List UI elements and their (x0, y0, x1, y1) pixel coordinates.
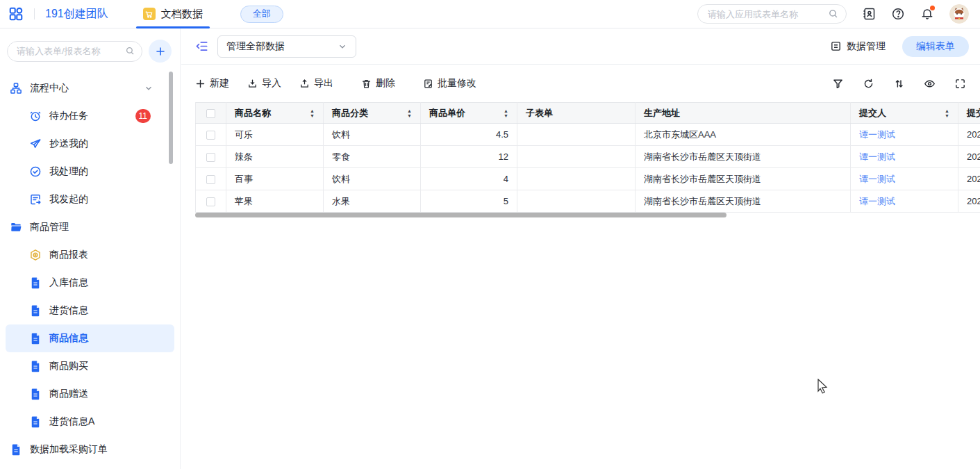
import-icon (247, 79, 258, 89)
new-record-button[interactable]: 新建 (195, 77, 229, 90)
form-doc-icon (29, 415, 42, 428)
help-icon[interactable] (891, 7, 905, 21)
filter-icon[interactable] (832, 78, 844, 90)
sidebar-item-purchase-info-a[interactable]: 进货信息A (6, 408, 174, 436)
sort-icon[interactable]: ▲▼ (407, 108, 412, 118)
sidebar-item-product-report[interactable]: 商品报表 (6, 241, 174, 269)
sidebar-item-todo-tasks[interactable]: 待办任务 11 (6, 102, 174, 130)
table-row[interactable]: 辣条 零食 12 湖南省长沙市岳麓区天顶街道 谭一测试 2023 (196, 146, 980, 168)
view-header: 管理全部数据 数据管理 编辑表单 (181, 28, 980, 65)
import-button[interactable]: 导入 (247, 77, 281, 90)
delete-button[interactable]: 删除 (361, 77, 395, 90)
form-search-input[interactable] (7, 41, 142, 62)
cell-category: 饮料 (324, 168, 421, 190)
team-name[interactable]: 191创建团队 (45, 7, 108, 22)
cell-price: 4.5 (421, 124, 517, 146)
sort-icon[interactable]: ▲▼ (310, 108, 315, 118)
item-label: 入库信息 (49, 277, 88, 289)
row-checkbox[interactable] (206, 153, 215, 162)
sidebar-item-purchase-info[interactable]: 进货信息 (6, 297, 174, 324)
data-table-container: 商品名称▲▼ 商品分类▲▼ 商品单价▲▼ 子表单 生产地址 提交人▲▼ 提交时间… (195, 102, 980, 213)
item-label: 抄送我的 (49, 138, 88, 150)
apps-grid-icon[interactable] (8, 6, 24, 22)
batch-edit-button[interactable]: 批量修改 (423, 77, 476, 90)
submitter-link[interactable]: 谭一测试 (859, 174, 895, 184)
search-icon (125, 46, 135, 56)
cell-name: 可乐 (226, 124, 324, 146)
row-checkbox[interactable] (206, 197, 215, 206)
sidebar-item-cc-to-me[interactable]: 抄送我的 (6, 130, 174, 158)
navbar-right (697, 4, 969, 24)
form-doc-icon (10, 443, 22, 456)
item-label: 商品信息 (49, 332, 88, 345)
contacts-icon[interactable] (862, 7, 876, 21)
org-chart-icon (10, 82, 22, 94)
submitter-link[interactable]: 谭一测试 (859, 196, 895, 206)
tab-document-data[interactable]: 文档数据 (136, 0, 210, 28)
data-manage-label: 数据管理 (847, 40, 886, 53)
cell-address: 北京市东城区AAA (636, 124, 851, 146)
cell-price: 12 (421, 146, 517, 168)
sort-order-icon[interactable] (893, 78, 905, 90)
submitter-link[interactable]: 谭一测试 (859, 151, 895, 162)
item-label: 我发起的 (49, 193, 88, 206)
view-selector[interactable]: 管理全部数据 (217, 35, 356, 58)
global-search-input[interactable] (697, 4, 847, 24)
bell-icon[interactable] (920, 7, 934, 21)
cell-price: 4 (421, 168, 517, 190)
horizontal-scrollbar[interactable] (195, 213, 726, 217)
refresh-icon[interactable] (863, 78, 874, 90)
table-row[interactable]: 可乐 饮料 4.5 北京市东城区AAA 谭一测试 2023 (196, 124, 980, 146)
sort-icon[interactable]: ▲▼ (945, 108, 949, 118)
avatar[interactable] (949, 4, 969, 24)
alarm-clock-icon (29, 110, 42, 122)
form-doc-icon (29, 304, 42, 317)
cell-subform (517, 190, 636, 213)
row-checkbox[interactable] (206, 175, 215, 184)
export-button[interactable]: 导出 (299, 77, 333, 90)
sidebar-item-handled-by-me[interactable]: 我处理的 (6, 158, 174, 186)
top-navbar: 191创建团队 文档数据 全部 (0, 0, 980, 28)
form-doc-icon (29, 277, 42, 289)
edit-form-button[interactable]: 编辑表单 (902, 36, 969, 57)
select-all-checkbox[interactable] (206, 109, 215, 118)
row-checkbox[interactable] (206, 131, 215, 140)
collapse-sidebar-icon[interactable] (195, 40, 208, 53)
cell-category: 零食 (324, 146, 421, 168)
cell-subform (517, 168, 636, 190)
cell-name: 百事 (226, 168, 324, 190)
cell-address: 湖南省长沙市岳麓区天顶街道 (636, 146, 851, 168)
table-header-row: 商品名称▲▼ 商品分类▲▼ 商品单价▲▼ 子表单 生产地址 提交人▲▼ 提交时间 (196, 103, 980, 124)
cell-subform (517, 146, 636, 168)
item-label: 进货信息A (49, 415, 94, 428)
cell-name: 辣条 (226, 146, 324, 168)
sidebar-item-inbound-info[interactable]: 入库信息 (6, 269, 174, 297)
global-search (697, 4, 847, 24)
chevron-down-icon[interactable] (144, 83, 153, 93)
eye-icon[interactable] (924, 78, 936, 90)
sidebar-item-process-center[interactable]: 流程中心 (6, 74, 174, 102)
add-form-button[interactable] (149, 40, 172, 63)
submitter-link[interactable]: 谭一测试 (859, 129, 895, 140)
tab-label: 文档数据 (161, 8, 203, 21)
scope-all-button[interactable]: 全部 (240, 6, 283, 23)
table-tools (832, 78, 966, 90)
col-header-address: 生产地址 (644, 107, 680, 120)
sidebar-item-data-load-purchase-order[interactable]: 数据加载采购订单 (6, 436, 174, 463)
fullscreen-icon[interactable] (954, 78, 966, 90)
delete-label: 删除 (376, 77, 395, 90)
table-row[interactable]: 苹果 水果 5 湖南省长沙市岳麓区天顶街道 谭一测试 2023 (196, 190, 980, 213)
data-manage-button[interactable]: 数据管理 (830, 40, 886, 53)
table-row[interactable]: 百事 饮料 4 湖南省长沙市岳麓区天顶街道 谭一测试 2023 (196, 168, 980, 190)
sidebar-item-product-buy[interactable]: 商品购买 (6, 352, 174, 380)
notification-dot (930, 6, 935, 10)
sidebar: 流程中心 待办任务 11 抄送我的 我处理的 (0, 28, 181, 469)
sidebar-item-product-info[interactable]: 商品信息 (6, 324, 174, 352)
sidebar-item-initiated-by-me[interactable]: 我发起的 (6, 186, 174, 213)
sort-icon[interactable]: ▲▼ (504, 108, 508, 118)
form-doc-icon (29, 360, 42, 372)
sidebar-scrollbar[interactable] (169, 72, 173, 164)
sidebar-item-product-gift[interactable]: 商品赠送 (6, 380, 174, 408)
item-label: 商品报表 (49, 249, 88, 261)
sidebar-item-product-management[interactable]: 商品管理 (6, 213, 174, 241)
